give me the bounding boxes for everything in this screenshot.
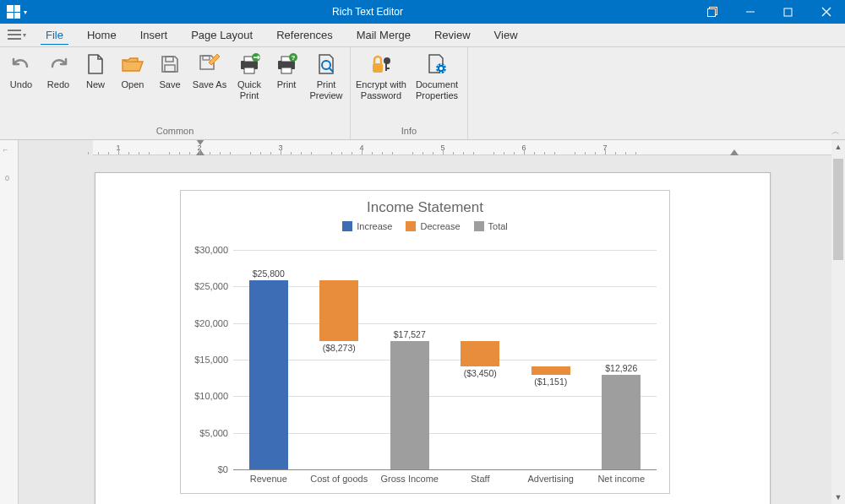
window-title: Rich Text Editor (42, 6, 693, 18)
ribbon: Undo Redo New Open Save Save As (0, 47, 845, 140)
doc-properties-icon (425, 52, 449, 76)
chart-y-tick-label: $20,000 (194, 318, 228, 328)
legend-increase: Increase (342, 221, 392, 231)
svg-point-22 (384, 57, 390, 64)
redo-button[interactable]: Redo (41, 51, 76, 92)
workspace: ⌐ 0 1234567 ▲ ▼ Income Statement Increas… (0, 140, 845, 504)
chart-bar-revenue (249, 280, 288, 469)
chart-income-statement[interactable]: Income Statement Increase Decrease Total… (180, 190, 670, 494)
chart-plot-area: $0$5,000$10,000$15,000$20,000$25,000$30,… (233, 250, 657, 469)
save-icon (158, 52, 182, 76)
tab-home[interactable]: Home (75, 24, 128, 46)
open-button[interactable]: Open (115, 51, 150, 92)
chart-title: Income Statement (181, 191, 669, 221)
quick-print-button[interactable]: Quick Print (232, 51, 267, 103)
redo-icon (46, 52, 70, 76)
svg-text:?: ? (292, 54, 296, 62)
chart-y-tick-label: $15,000 (194, 355, 228, 365)
app-button[interactable]: ▾ (0, 24, 34, 46)
maximize-button[interactable] (769, 0, 807, 24)
chart-bar-advertising (532, 366, 570, 375)
chart-bar-label: $25,800 (235, 268, 303, 279)
svg-rect-24 (385, 68, 390, 69)
vertical-ruler: ⌐ 0 (0, 140, 19, 504)
svg-point-26 (439, 67, 443, 70)
ribbon-collapse-button[interactable]: ︿ (831, 126, 840, 138)
new-file-icon (84, 52, 107, 76)
horizontal-ruler: 1234567 (93, 140, 831, 155)
minimize-button[interactable] (731, 0, 769, 24)
scroll-thumb[interactable] (833, 159, 843, 260)
print-preview-button[interactable]: Print Preview (306, 51, 346, 103)
legend-total: Total (474, 221, 508, 231)
tab-view[interactable]: View (482, 24, 530, 46)
undo-button[interactable]: Undo (3, 51, 39, 92)
tab-insert[interactable]: Insert (128, 24, 180, 46)
svg-rect-7 (166, 57, 173, 62)
app-icon[interactable] (7, 5, 20, 19)
svg-rect-16 (281, 68, 292, 73)
scroll-down-button[interactable]: ▼ (831, 490, 845, 504)
undo-icon (9, 52, 33, 76)
chart-y-tick-label: $30,000 (194, 245, 228, 255)
save-as-button[interactable]: Save As (189, 51, 230, 92)
print-button[interactable]: ? Print (269, 51, 304, 92)
chart-bar-gross-income (390, 341, 429, 469)
print-icon: ? (275, 52, 298, 76)
print-preview-icon (314, 52, 338, 76)
svg-rect-23 (385, 63, 387, 71)
tab-references[interactable]: References (264, 24, 344, 46)
vertical-scrollbar[interactable]: ▲ ▼ (831, 140, 845, 504)
legend-decrease: Decrease (406, 221, 460, 231)
svg-rect-1 (784, 8, 792, 16)
chart-y-tick-label: $10,000 (194, 391, 228, 401)
chart-x-label: Cost of goods (304, 474, 375, 484)
svg-rect-8 (165, 65, 175, 72)
close-button[interactable] (807, 0, 845, 24)
chart-x-label: Staff (445, 474, 516, 484)
new-button[interactable]: New (78, 51, 113, 92)
ribbon-tabs: ▾ File Home Insert Page Layout Reference… (0, 24, 845, 47)
document-properties-button[interactable]: Document Properties (410, 51, 464, 103)
chart-x-label: Net income (586, 474, 657, 484)
chart-y-tick-label: $0 (218, 464, 228, 474)
svg-rect-6 (8, 38, 21, 40)
scroll-up-button[interactable]: ▲ (831, 140, 845, 154)
svg-rect-21 (373, 63, 383, 73)
chart-bar-staff (461, 341, 499, 366)
save-button[interactable]: Save (152, 51, 188, 92)
svg-rect-12 (244, 68, 254, 73)
chart-bar-label: ($1,151) (517, 377, 585, 387)
ribbon-group-label-common: Common (3, 124, 346, 138)
chart-x-label: Advertising (515, 474, 586, 484)
quick-print-icon (237, 52, 261, 76)
svg-point-19 (322, 61, 330, 69)
ribbon-group-label-info: Info (354, 124, 464, 138)
chart-x-label: Gross Income (374, 474, 445, 484)
tab-mail-merge[interactable]: Mail Merge (345, 24, 422, 46)
ruler-right-indent[interactable] (730, 149, 739, 155)
chart-bar-label: ($8,273) (305, 343, 373, 353)
tab-review[interactable]: Review (422, 24, 482, 46)
svg-rect-4 (8, 30, 21, 31)
chart-bar-net-income (602, 375, 641, 469)
tab-page-layout[interactable]: Page Layout (179, 24, 264, 46)
chart-bar-label: $17,527 (376, 329, 444, 339)
restore-down-button[interactable] (693, 0, 731, 24)
chart-x-label: Revenue (233, 474, 304, 484)
lock-key-icon (369, 52, 393, 76)
encrypt-password-button[interactable]: Encrypt with Password (354, 51, 408, 103)
chart-y-tick-label: $5,000 (199, 428, 228, 438)
save-as-icon (198, 52, 221, 76)
chart-bar-label: $12,926 (587, 363, 655, 373)
document-page[interactable]: Income Statement Increase Decrease Total… (95, 172, 771, 504)
chart-bar-cost-of-goods (319, 280, 358, 341)
app-menu-dropdown[interactable]: ▾ (24, 8, 27, 16)
chart-y-tick-label: $25,000 (194, 281, 228, 291)
open-folder-icon (121, 52, 144, 76)
tab-file[interactable]: File (34, 24, 75, 46)
chart-legend: Increase Decrease Total (181, 221, 669, 236)
chart-bar-label: ($3,450) (446, 368, 514, 378)
svg-rect-5 (8, 34, 21, 35)
titlebar: ▾ Rich Text Editor (0, 0, 845, 24)
